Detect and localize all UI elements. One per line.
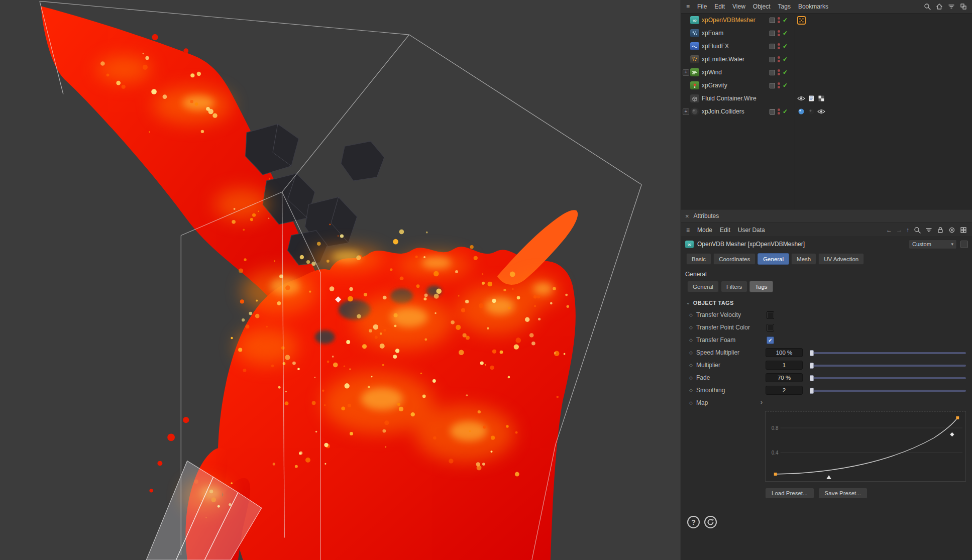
mesher-tag-icon[interactable] [797,16,806,25]
object-row-xpfoam[interactable]: xpFoam ✓ [681,27,972,40]
enabled-check-icon[interactable]: ✓ [783,56,788,63]
slider-handle[interactable] [810,388,814,394]
visibility-dots[interactable] [778,69,780,75]
multiplier-slider[interactable] [812,365,966,367]
subtab-filters[interactable]: Filters [721,281,747,292]
preset-dropdown[interactable]: Custom ▾ [909,240,957,249]
layer-chip[interactable] [770,18,775,23]
tab-basic[interactable]: Basic [686,253,711,265]
chevron-right-icon[interactable]: › [761,399,763,406]
object-name[interactable]: xpFoam [702,30,723,37]
visibility-dots[interactable] [778,43,780,49]
enabled-check-icon[interactable]: ✓ [783,30,788,37]
speed-multiplier-field[interactable]: 100 % [766,348,803,357]
subtab-general[interactable]: General [687,281,719,292]
enabled-check-icon[interactable]: ✓ [783,69,788,76]
phong-tag-icon[interactable] [797,108,805,115]
enabled-check-icon[interactable]: ✓ [783,43,788,50]
menu-object[interactable]: Object [753,3,771,10]
object-name[interactable]: Fluid Container.Wire [702,95,757,102]
load-preset-button[interactable]: Load Preset... [765,488,814,499]
lock-icon[interactable] [936,226,944,234]
slider-handle[interactable] [810,350,814,356]
smoothing-slider[interactable] [812,390,966,392]
search-icon[interactable] [923,3,931,11]
object-name[interactable]: xpEmitter.Water [702,56,744,63]
visibility-dots[interactable] [778,108,780,115]
filter-icon[interactable] [947,3,955,11]
object-row-xpgravity[interactable]: xpGravity ✓ [681,79,972,92]
smoothing-field[interactable]: 2 [766,386,803,395]
slider-handle[interactable] [810,363,814,369]
menu-file[interactable]: File [697,3,707,10]
transfer-velocity-checkbox[interactable] [767,311,774,319]
parent-up-icon[interactable]: ↑ [906,227,909,234]
object-row-xpwind[interactable]: + xpWind ✓ [681,66,972,79]
map-curve-editor[interactable]: 0.8 0.4 [765,411,966,482]
layer-chip[interactable] [770,70,775,75]
keyframe-diamond-icon[interactable]: ◇ [689,401,693,405]
tab-general[interactable]: General [758,253,789,265]
grid-icon[interactable] [959,226,967,234]
fade-slider[interactable] [812,377,966,379]
save-preset-button[interactable]: Save Preset... [818,488,868,499]
target-icon[interactable] [948,226,955,234]
home-icon[interactable] [935,3,943,11]
menu-view[interactable]: View [732,3,745,10]
history-forward-icon[interactable]: → [896,227,902,234]
expand-toggle-icon[interactable]: + [683,108,689,115]
tab-uv-advection[interactable]: UV Advection [818,253,864,265]
object-row-xpjoin-colliders[interactable]: + xpJoin.Colliders ✓ [681,105,972,118]
slider-handle[interactable] [810,375,814,381]
visibility-dots[interactable] [778,82,780,88]
panel-menu-icon[interactable]: ≡ [686,3,690,10]
material-tag-icon[interactable] [807,108,815,115]
tab-coordinates[interactable]: Coordinates [713,253,755,265]
object-name[interactable]: xpWind [702,69,722,76]
subtab-tags[interactable]: Tags [749,281,773,292]
menu-bookmarks[interactable]: Bookmarks [798,3,828,10]
menu-edit[interactable]: Edit [720,227,730,234]
keyframe-diamond-icon[interactable]: ◇ [689,363,693,368]
object-row-xpfluidfx[interactable]: xpFluidFX ✓ [681,40,972,53]
object-name[interactable]: xpFluidFX [702,43,729,50]
menu-mode[interactable]: Mode [697,227,712,234]
layer-chip[interactable] [770,31,775,36]
keyframe-diamond-icon[interactable]: ◇ [689,313,693,317]
eye-icon[interactable] [817,108,825,115]
layers-icon[interactable] [959,3,967,11]
viewport-3d[interactable] [0,0,681,560]
search-icon[interactable] [913,226,921,234]
menu-user-data[interactable]: User Data [738,227,765,234]
display-tag-icon[interactable] [807,95,815,102]
visibility-dots[interactable] [778,56,780,62]
compositing-tag-icon[interactable] [817,95,825,102]
keyframe-diamond-icon[interactable]: ◇ [689,351,693,355]
refresh-button[interactable] [704,516,717,528]
object-row-xpemitter-water[interactable]: xpEmitter.Water ✓ [681,53,972,66]
keyframe-diamond-icon[interactable]: ◇ [689,388,693,393]
menu-edit[interactable]: Edit [714,3,725,10]
expand-toggle-icon[interactable]: + [683,69,689,76]
keyframe-diamond-icon[interactable]: ◇ [689,325,693,330]
fade-field[interactable]: 70 % [766,373,803,382]
object-name[interactable]: xpOpenVDBMesher [702,17,755,24]
visibility-dots[interactable] [778,17,780,23]
help-button[interactable]: ? [687,516,700,528]
enabled-check-icon[interactable]: ✓ [783,108,788,115]
speed-multiplier-slider[interactable] [812,352,966,354]
transfer-point-color-checkbox[interactable] [767,324,774,331]
preset-options-icon[interactable] [960,241,968,248]
tab-mesh[interactable]: Mesh [791,253,816,265]
layer-chip[interactable] [770,57,775,62]
multiplier-field[interactable]: 1 [766,361,803,370]
visibility-dots[interactable] [778,30,780,36]
object-name[interactable]: xpJoin.Colliders [702,108,744,115]
layer-chip[interactable] [770,109,775,115]
object-name[interactable]: xpGravity [702,82,727,89]
menu-tags[interactable]: Tags [778,3,791,10]
enabled-check-icon[interactable]: ✓ [783,82,788,89]
panel-menu-icon[interactable]: ≡ [686,227,690,234]
keyframe-diamond-icon[interactable]: ◇ [689,338,693,343]
keyframe-diamond-icon[interactable]: ◇ [689,376,693,380]
